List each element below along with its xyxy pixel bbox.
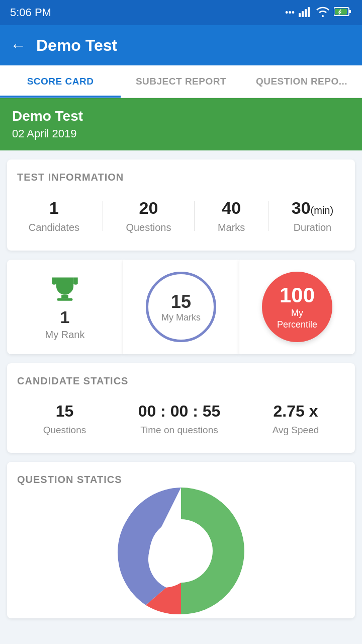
stats-row: 1 My Rank 15 My Marks 100 MyPercentile <box>7 260 355 354</box>
cand-questions-value: 15 <box>56 402 74 421</box>
battery-icon <box>334 7 352 19</box>
wifi-icon <box>316 6 330 20</box>
svg-rect-7 <box>61 295 68 298</box>
svg-rect-6 <box>349 10 351 13</box>
question-statics-card: QUESTION STATICS <box>7 462 355 618</box>
test-info-title: TEST INFORMATION <box>17 172 345 183</box>
candidate-statics-title: CANDIDATE STATICS <box>17 375 345 387</box>
cand-speed-item: 2.75 x Avg Speed <box>273 402 319 436</box>
marks-circle: 15 My Marks <box>146 272 216 342</box>
cand-questions-item: 15 Questions <box>43 402 86 436</box>
questions-item: 20 Questions <box>126 198 171 233</box>
cand-time-item: 00 : 00 : 55 Time on questions <box>138 402 221 436</box>
divider-3 <box>268 201 268 231</box>
donut-chart-container <box>17 496 345 606</box>
tab-subject-report[interactable]: SUBJECT REPORT <box>121 65 241 98</box>
percentile-circle: 100 MyPercentile <box>262 272 332 342</box>
marks-item: 40 Marks <box>218 198 245 233</box>
candidate-statics-card: CANDIDATE STATICS 15 Questions 00 : 00 :… <box>7 363 355 453</box>
svg-rect-0 <box>299 13 301 17</box>
tab-bar: SCORE CARD SUBJECT REPORT QUESTION REPO.… <box>0 65 362 98</box>
marks-box: 15 My Marks <box>123 260 239 354</box>
candidates-label: Candidates <box>29 222 79 233</box>
duration-item: 30(min) Duration <box>292 198 333 233</box>
svg-rect-5 <box>335 9 347 15</box>
marks-label: Marks <box>218 222 245 233</box>
tab-score-card[interactable]: SCORE CARD <box>0 65 121 98</box>
percentile-box: 100 MyPercentile <box>239 260 355 354</box>
marks-circle-value: 15 <box>171 291 191 312</box>
questions-value: 20 <box>139 198 158 218</box>
rank-box: 1 My Rank <box>7 260 123 354</box>
duration-value: 30(min) <box>292 198 333 218</box>
divider-2 <box>194 201 195 231</box>
status-icons: ••• <box>285 6 352 20</box>
status-time: 5:06 PM <box>10 6 51 19</box>
app-bar: ← Demo Test <box>0 25 362 65</box>
candidates-item: 1 Candidates <box>29 198 79 233</box>
duration-label: Duration <box>294 222 332 233</box>
back-button[interactable]: ← <box>10 36 26 55</box>
status-bar: 5:06 PM ••• <box>0 0 362 25</box>
svg-rect-3 <box>308 7 310 17</box>
banner-test-date: 02 April 2019 <box>12 127 350 140</box>
candidates-value: 1 <box>49 198 59 218</box>
svg-rect-8 <box>57 298 73 301</box>
divider-1 <box>103 201 103 231</box>
cand-time-value: 00 : 00 : 55 <box>138 402 221 421</box>
tab-question-report[interactable]: QUESTION REPO... <box>241 65 362 98</box>
cand-questions-label: Questions <box>43 425 86 436</box>
marks-circle-label: My Marks <box>161 312 201 323</box>
percentile-label: MyPercentile <box>277 307 317 331</box>
signal-dots-icon: ••• <box>285 8 295 18</box>
test-information-card: TEST INFORMATION 1 Candidates 20 Questio… <box>7 159 355 251</box>
signal-bars-icon <box>299 6 312 20</box>
test-info-grid: 1 Candidates 20 Questions 40 Marks 30(mi… <box>17 193 345 238</box>
rank-label: My Rank <box>45 329 85 341</box>
app-title: Demo Test <box>36 36 117 55</box>
marks-value: 40 <box>222 198 241 218</box>
rank-value: 1 <box>60 307 70 327</box>
svg-rect-2 <box>305 9 307 17</box>
donut-chart <box>111 480 251 621</box>
cand-time-label: Time on questions <box>140 425 218 436</box>
candidate-grid: 15 Questions 00 : 00 : 55 Time on questi… <box>17 397 345 441</box>
questions-label: Questions <box>126 222 171 233</box>
cand-speed-value: 2.75 x <box>274 402 318 421</box>
green-banner: Demo Test 02 April 2019 <box>0 98 362 150</box>
svg-point-9 <box>150 520 212 582</box>
percentile-value: 100 <box>280 283 315 307</box>
cand-speed-label: Avg Speed <box>273 425 319 436</box>
svg-rect-1 <box>302 11 304 17</box>
banner-test-name: Demo Test <box>12 108 350 124</box>
trophy-icon <box>47 273 82 303</box>
